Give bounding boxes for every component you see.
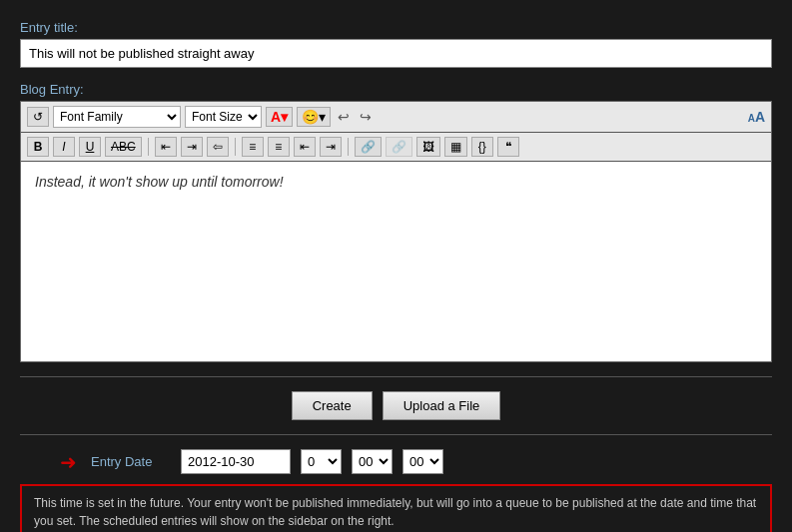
entry-date-label: Entry Date [91,454,171,469]
warning-text: This time is set in the future. Your ent… [34,496,756,528]
indent-more-button[interactable]: ⇥ [320,137,342,157]
unordered-list-button[interactable]: ≡ [242,137,264,157]
ordered-list-button[interactable]: ≡ [268,137,290,157]
editor-body[interactable]: Instead, it won't show up until tomorrow… [21,162,771,361]
hour-select[interactable]: 0123 4567 891011 12131415 16171819 20212… [301,449,342,474]
entry-title-input[interactable] [20,39,772,68]
editor-content: Instead, it won't show up until tomorrow… [35,174,284,190]
editor-container: ↺ Font Family Arial Times New Roman Cour… [20,101,772,362]
blog-entry-label: Blog Entry: [20,82,772,97]
link-button[interactable]: 🔗 [355,137,382,157]
image-button[interactable]: 🖼 [416,137,440,157]
aa-label: AA [748,109,765,125]
second-select[interactable]: 00051015 20253035 40455055 [402,449,443,474]
toolbar-row1: ↺ Font Family Arial Times New Roman Cour… [21,102,771,133]
date-input[interactable] [181,449,291,474]
separator1 [148,138,149,156]
code-button[interactable]: {} [471,137,493,157]
main-container: Entry title: Blog Entry: ↺ Font Family A… [20,20,772,532]
arrow-icon: ➜ [60,450,77,474]
table-button[interactable]: ▦ [444,137,467,157]
underline-button[interactable]: U [79,137,101,157]
italic-button[interactable]: I [53,137,75,157]
entry-title-label: Entry title: [20,20,772,35]
divider1 [20,376,772,377]
redo-button[interactable]: ↪ [357,108,375,126]
button-row: Create Upload a File [20,391,772,420]
indent-less-button[interactable]: ⇤ [294,137,316,157]
create-button[interactable]: Create [292,391,373,420]
entry-date-row: ➜ Entry Date 0123 4567 891011 12131415 1… [20,449,772,474]
separator3 [348,138,349,156]
font-size-select[interactable]: Font Size 8pt 10pt 12pt 14pt 18pt 24pt [185,106,262,128]
align-left-button[interactable]: ⇤ [155,137,177,157]
toolbar-row2: B I U ABC ⇤ ⇥ ⇦ ≡ ≡ ⇤ ⇥ 🔗 🔗 🖼 ▦ {} ❝ [21,133,771,162]
quote-button[interactable]: ❝ [497,137,519,157]
divider2 [20,434,772,435]
strikethrough-button[interactable]: ABC [105,137,142,157]
unlink-button[interactable]: 🔗 [386,137,412,157]
refresh-button[interactable]: ↺ [27,107,49,127]
bold-button[interactable]: B [27,137,49,157]
font-family-select[interactable]: Font Family Arial Times New Roman Courie… [53,106,181,128]
upload-button[interactable]: Upload a File [383,391,501,420]
smiley-button[interactable]: 😊▾ [297,107,331,127]
minute-select[interactable]: 00051015 20253035 40455055 [352,449,393,474]
separator2 [235,138,236,156]
undo-button[interactable]: ↩ [335,108,353,126]
align-center-button[interactable]: ⇥ [181,137,203,157]
warning-box: This time is set in the future. Your ent… [20,484,772,532]
font-color-button[interactable]: A▾ [266,107,293,127]
align-right-button[interactable]: ⇦ [207,137,229,157]
